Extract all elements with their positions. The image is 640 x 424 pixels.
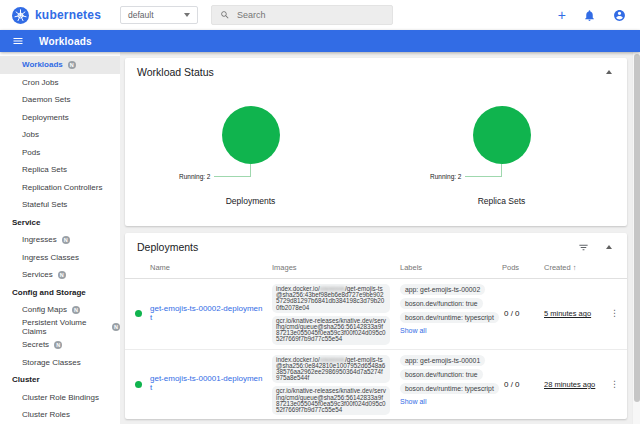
status-running-icon: [135, 310, 142, 317]
scrollbar[interactable]: [632, 52, 640, 424]
pie-chart-running: [222, 106, 280, 164]
status-cell: [130, 306, 146, 321]
sidebar-item-label: Pods: [22, 148, 40, 157]
deployments-title: Deployments: [137, 241, 198, 253]
namespaced-badge-icon: N: [58, 271, 66, 279]
scrollbar-thumb[interactable]: [634, 54, 640, 402]
namespaced-badge-icon: N: [62, 236, 70, 244]
sidebar-item-secrets[interactable]: SecretsN: [0, 336, 120, 354]
pie-chart-running: [473, 106, 531, 164]
sidebar-item-workloads[interactable]: WorkloadsN: [0, 56, 120, 74]
column-images[interactable]: Images: [264, 259, 392, 278]
sidebar-item-label: Deployments: [22, 113, 69, 122]
sidebar-item-pods[interactable]: Pods: [0, 144, 120, 162]
sidebar-item-cron-jobs[interactable]: Cron Jobs: [0, 74, 120, 92]
sidebar-item-replication-controllers[interactable]: Replication Controllers: [0, 179, 120, 197]
chart-title: Replica Sets: [376, 196, 627, 206]
kubernetes-logo: kubernetes: [12, 7, 118, 24]
sidebar-item-label: Cluster Role Bindings: [22, 393, 99, 402]
kubernetes-wheel-icon: [12, 7, 29, 24]
sidebar: WorkloadsNCron JobsDaemon SetsDeployment…: [0, 52, 120, 424]
label-chip: boson.dev/runtime: typescript: [400, 312, 499, 323]
collapse-card-button[interactable]: [606, 245, 612, 249]
header-actions: +: [558, 8, 626, 22]
sidebar-item-persistent-volume-claims[interactable]: Persistent Volume ClaimsN: [0, 319, 120, 337]
main-content: Workload Status Running: 2DeploymentsRun…: [120, 52, 632, 424]
deployments-card: Deployments Name Images Labels Pods Crea…: [125, 233, 627, 419]
show-all-link[interactable]: Show all: [400, 398, 426, 405]
label-chip: boson.dev/function: true: [400, 298, 483, 309]
plus-icon: +: [558, 8, 566, 22]
sidebar-item-daemon-sets[interactable]: Daemon Sets: [0, 91, 120, 109]
sidebar-item-ingresses[interactable]: IngressesN: [0, 231, 120, 249]
app-bar: Workloads: [0, 30, 640, 52]
logo-wordmark: kubernetes: [35, 8, 101, 22]
namespace-selector[interactable]: default: [120, 6, 198, 24]
column-name[interactable]: Name: [146, 259, 264, 278]
sidebar-section-title-config-and-storage: Config and Storage: [0, 284, 120, 302]
filter-button[interactable]: [578, 242, 589, 253]
name-cell: get-emojis-ts-00002-deployment: [146, 300, 264, 328]
user-account-button[interactable]: [613, 9, 626, 22]
table-row: get-emojis-ts-00001-deploymentindex.dock…: [125, 350, 627, 420]
collapse-card-button[interactable]: [606, 70, 612, 74]
namespaced-badge-icon: N: [72, 306, 80, 314]
bell-icon: [583, 9, 596, 22]
sidebar-item-services[interactable]: ServicesN: [0, 266, 120, 284]
sidebar-section-title-service: Service: [0, 214, 120, 232]
column-pods[interactable]: Pods: [502, 259, 536, 278]
label-chip: boson.dev/runtime: typescript: [400, 383, 499, 394]
sidebar-item-cluster-roles[interactable]: Cluster Roles: [0, 406, 120, 424]
redacted-text: xxxxxxxx: [320, 356, 345, 363]
labels-cell: app: get-emojis-ts-00002boson.dev/functi…: [392, 279, 502, 338]
column-labels[interactable]: Labels: [392, 259, 502, 278]
notifications-button[interactable]: [583, 9, 596, 22]
search-input[interactable]: [237, 10, 384, 20]
show-all-link[interactable]: Show all: [400, 327, 426, 334]
image-chip: index.docker.io/xxxxxxxx/get-emojis-ts@s…: [272, 284, 390, 313]
deployment-name-link[interactable]: get-emojis-ts-00002-deployment: [146, 304, 264, 322]
menu-cell: ⋮: [600, 376, 619, 393]
sidebar-item-cluster-role-bindings[interactable]: Cluster Role Bindings: [0, 389, 120, 407]
chart-title: Deployments: [125, 196, 376, 206]
legend-connector-line: [465, 164, 502, 177]
labels-cell: app: get-emojis-ts-00001boson.dev/functi…: [392, 350, 502, 409]
chart-legend: Running: 2: [430, 173, 461, 180]
sidebar-item-deployments[interactable]: Deployments: [0, 109, 120, 127]
sidebar-item-label: Config Maps: [22, 305, 67, 314]
filter-icon: [578, 242, 589, 253]
sidebar-item-label: Cron Jobs: [22, 78, 58, 87]
deployment-name-link[interactable]: get-emojis-ts-00001-deployment: [146, 374, 264, 392]
label-chip: boson.dev/function: true: [400, 369, 483, 380]
sidebar-item-config-maps[interactable]: Config MapsN: [0, 301, 120, 319]
table-row: get-emojis-ts-00002-deploymentindex.dock…: [125, 279, 627, 350]
images-cell: index.docker.io/xxxxxxxx/get-emojis-ts@s…: [264, 279, 392, 349]
sidebar-item-label: Replica Sets: [22, 165, 67, 174]
namespaced-badge-icon: N: [68, 61, 76, 69]
created-value: 5 minutes ago: [544, 309, 591, 318]
sidebar-item-label: Cluster Roles: [22, 410, 70, 419]
table-header-row: Name Images Labels Pods Created ↑: [125, 259, 627, 279]
create-resource-button[interactable]: +: [558, 8, 566, 22]
row-menu-button[interactable]: ⋮: [610, 380, 619, 389]
sidebar-item-replica-sets[interactable]: Replica Sets: [0, 161, 120, 179]
sidebar-item-label: Storage Classes: [22, 358, 81, 367]
sidebar-section-title-cluster: Cluster: [0, 371, 120, 389]
sidebar-item-label: Services: [22, 270, 53, 279]
table-body: get-emojis-ts-00002-deploymentindex.dock…: [125, 279, 627, 419]
sidebar-item-stateful-sets[interactable]: Stateful Sets: [0, 196, 120, 214]
search-bar[interactable]: [211, 5, 393, 25]
chart-legend: Running: 2: [179, 173, 210, 180]
sidebar-item-label: Workloads: [22, 60, 63, 69]
hamburger-menu-button[interactable]: [12, 35, 24, 47]
workload-status-card: Workload Status Running: 2DeploymentsRun…: [125, 58, 627, 226]
row-menu-button[interactable]: ⋮: [610, 309, 619, 318]
chevron-up-icon: [606, 245, 612, 249]
sidebar-item-label: Replication Controllers: [22, 183, 102, 192]
column-created[interactable]: Created ↑: [536, 259, 600, 278]
sidebar-item-storage-classes[interactable]: Storage Classes: [0, 354, 120, 372]
sidebar-item-ingress-classes[interactable]: Ingress Classes: [0, 249, 120, 267]
image-chip: gcr.io/knative-releases/knative.dev/serv…: [272, 386, 390, 415]
sidebar-item-jobs[interactable]: Jobs: [0, 126, 120, 144]
workload-chart-deployments: Running: 2Deployments: [125, 84, 376, 216]
